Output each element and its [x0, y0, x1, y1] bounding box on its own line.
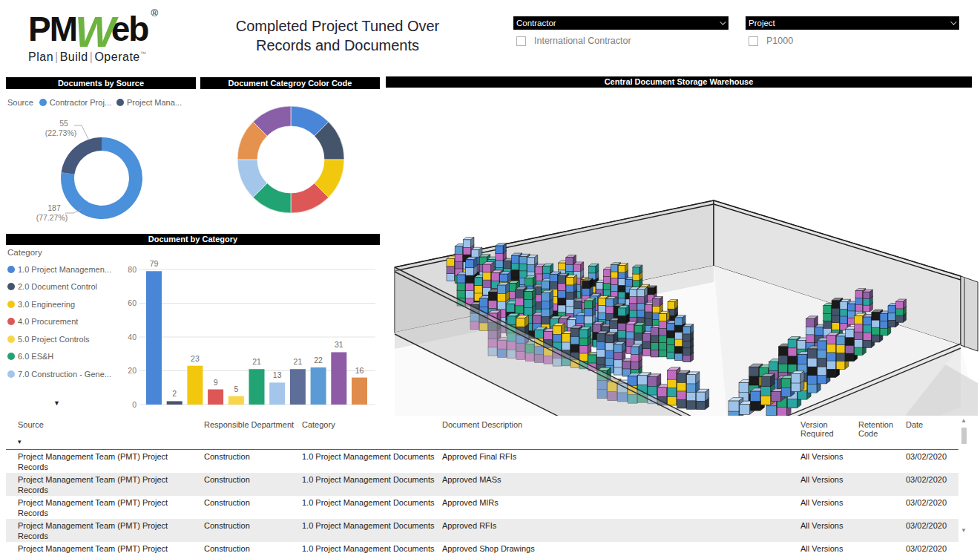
slicer-option-p1000[interactable]: P1000: [746, 36, 959, 46]
table-cell: Approved Shop Drawings: [442, 544, 800, 555]
donut-slice[interactable]: [62, 137, 102, 174]
bar[interactable]: [208, 390, 223, 405]
checkbox[interactable]: [749, 36, 758, 46]
table-cell: 03/02/2020: [906, 544, 950, 555]
bar[interactable]: [311, 367, 326, 405]
data-label: 187: [47, 203, 61, 212]
legend-dot-icon: [7, 318, 15, 325]
document-by-category-bar-chart[interactable]: 0204060807922395211321223116: [117, 248, 380, 416]
column-header[interactable]: Retention Code: [858, 420, 906, 438]
legend-item[interactable]: 1.0 Project Managemen...: [7, 261, 120, 278]
bar-value-label: 9: [214, 378, 218, 387]
bar-value-label: 22: [314, 356, 323, 364]
table-cell: All Versions: [800, 521, 858, 532]
legend-item[interactable]: Contractor Proj...: [39, 98, 111, 107]
bar[interactable]: [146, 271, 162, 405]
scroll-down-icon[interactable]: ▼: [960, 527, 967, 536]
chevron-down-icon[interactable]: [720, 19, 726, 24]
slicer-contractor-label: Contractor: [516, 16, 556, 30]
table-cell: 1.0 Project Management Documents: [302, 521, 442, 532]
table-row[interactable]: Project Management Team (PMT) Project Re…: [6, 542, 958, 556]
bar[interactable]: [352, 378, 367, 405]
legend-dot-icon: [7, 283, 15, 290]
legend-scroll-down-icon[interactable]: ▼: [53, 399, 60, 407]
bar[interactable]: [187, 366, 203, 405]
slicer-contractor-header[interactable]: Contractor: [513, 16, 729, 30]
legend-item[interactable]: 6.0 ES&H: [7, 348, 120, 366]
logo-text-pm: PM: [28, 12, 76, 46]
column-header[interactable]: Version Required: [800, 420, 858, 438]
legend-title: Category: [7, 248, 120, 257]
table-cell: Construction: [204, 521, 302, 532]
data-label: 55: [59, 119, 68, 128]
bar-value-label: 79: [150, 259, 159, 268]
table-cell: Project Management Team (PMT) Project Re…: [6, 521, 204, 542]
column-header[interactable]: Category: [302, 420, 442, 429]
slicer-contractor: Contractor International Contractor: [513, 16, 729, 46]
table-cell: 03/02/2020: [906, 475, 950, 485]
scrollbar-thumb[interactable]: [961, 428, 967, 444]
column-header[interactable]: Responsible Department: [204, 420, 302, 429]
slicer-project-header[interactable]: Project: [746, 16, 959, 30]
legend-item[interactable]: 2.0 Document Control: [7, 278, 120, 296]
legend-item[interactable]: 3.0 Engineering: [7, 295, 120, 313]
legend-item[interactable]: Project Mana...: [116, 98, 182, 107]
bar[interactable]: [290, 369, 306, 405]
source-donut-legend: Source Contractor Proj...Project Mana...: [7, 98, 187, 107]
bar[interactable]: [249, 369, 265, 405]
column-header[interactable]: Date: [906, 420, 950, 429]
table-cell: 1.0 Project Management Documents: [302, 475, 442, 485]
table-cell: Approved MIRs: [442, 498, 800, 508]
bar-value-label: 5: [234, 385, 238, 393]
y-axis-tick: 20: [128, 366, 137, 375]
table-cell: Construction: [204, 544, 302, 555]
checkbox[interactable]: [516, 36, 526, 46]
slicer-project-label: Project: [749, 16, 775, 30]
source-filter-icon[interactable]: ▾: [6, 438, 958, 449]
documents-by-source-donut-chart[interactable]: 55(22.73%)187(77.27%): [6, 110, 196, 229]
table-row[interactable]: Project Management Team (PMT) Project Re…: [6, 496, 958, 519]
legend-dot-icon: [39, 99, 47, 106]
legend-title: Source: [7, 98, 33, 107]
table-cell: 03/02/2020: [906, 498, 950, 508]
warehouse-3d-visual[interactable]: [386, 88, 980, 416]
legend-item[interactable]: 5.0 Project Controls: [7, 330, 120, 348]
bar[interactable]: [228, 396, 244, 405]
slicer-option-international-contractor[interactable]: International Contractor: [513, 36, 729, 46]
y-axis-tick: 40: [128, 333, 137, 341]
bar-value-label: 23: [191, 354, 200, 363]
table-row[interactable]: Project Management Team (PMT) Project Re…: [6, 450, 958, 473]
table-cell: 03/02/2020: [906, 521, 950, 532]
chevron-down-icon[interactable]: [950, 19, 956, 24]
legend-dot-icon: [7, 370, 15, 378]
bar[interactable]: [269, 382, 285, 405]
table-cell: 1.0 Project Management Documents: [302, 498, 442, 508]
bar-value-label: 2: [172, 389, 177, 398]
bar-value-label: 13: [273, 370, 282, 379]
table-cell: Approved Final RFIs: [442, 452, 800, 462]
registered-mark: ®: [151, 7, 158, 19]
bar-value-label: 21: [252, 357, 261, 366]
category-color-code-donut-chart[interactable]: [200, 91, 380, 226]
bar[interactable]: [167, 401, 182, 405]
column-header[interactable]: Document Description: [442, 420, 800, 429]
data-label: (22.73%): [45, 128, 77, 137]
table-row[interactable]: Project Management Team (PMT) Project Re…: [6, 473, 958, 496]
table-scrollbar[interactable]: ▲ ▼: [960, 417, 967, 536]
table-cell: All Versions: [800, 452, 858, 462]
documents-table: SourceResponsible DepartmentCategoryDocu…: [6, 414, 958, 556]
y-axis-tick: 60: [128, 298, 137, 307]
bar[interactable]: [331, 352, 346, 405]
table-cell: 1.0 Project Management Documents: [302, 544, 442, 555]
y-axis-tick: 0: [132, 400, 137, 409]
scroll-up-icon[interactable]: ▲: [960, 417, 967, 426]
table-row[interactable]: Project Management Team (PMT) Project Re…: [6, 519, 958, 542]
panel-title-documents-by-source: Documents by Source: [6, 77, 196, 89]
legend-item[interactable]: 4.0 Procurement: [7, 313, 120, 331]
logo-text-eb: eb: [111, 12, 148, 46]
table-cell: Construction: [204, 475, 302, 485]
legend-item[interactable]: 7.0 Construction - Gene...: [7, 365, 120, 383]
table-cell: Project Management Team (PMT) Project Re…: [6, 452, 204, 473]
column-header[interactable]: Source: [6, 420, 204, 429]
data-label: (77.27%): [36, 213, 68, 222]
